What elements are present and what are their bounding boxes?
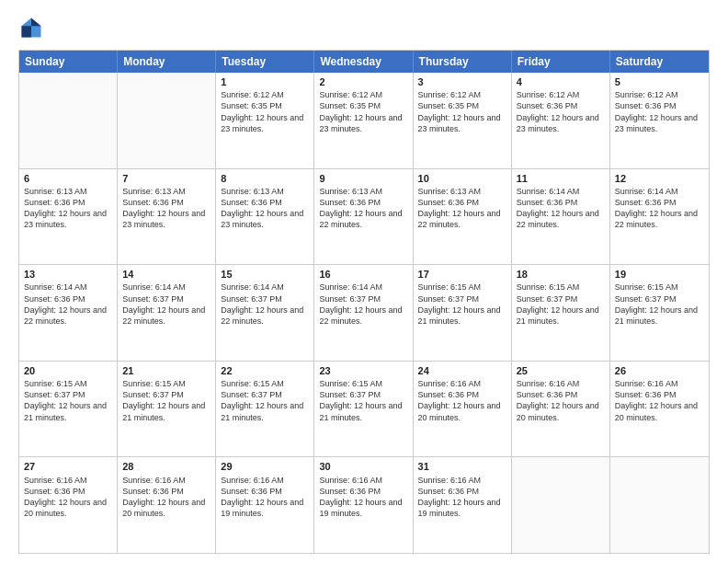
svg-rect-2 (22, 26, 32, 37)
day-cell-2: 2Sunrise: 6:12 AMSunset: 6:35 PMDaylight… (314, 73, 413, 168)
calendar-row-2: 6Sunrise: 6:13 AMSunset: 6:36 PMDaylight… (19, 168, 709, 265)
sun-info: Sunrise: 6:15 AMSunset: 6:37 PMDaylight:… (319, 378, 407, 423)
sun-info: Sunrise: 6:16 AMSunset: 6:36 PMDaylight:… (319, 475, 407, 520)
day-number: 27 (24, 460, 112, 473)
sun-info: Sunrise: 6:14 AMSunset: 6:36 PMDaylight:… (615, 186, 704, 231)
day-cell-27: 27Sunrise: 6:16 AMSunset: 6:36 PMDayligh… (19, 457, 118, 553)
calendar-row-3: 13Sunrise: 6:14 AMSunset: 6:36 PMDayligh… (19, 264, 709, 361)
sun-info: Sunrise: 6:12 AMSunset: 6:35 PMDaylight:… (319, 89, 407, 134)
page: SundayMondayTuesdayWednesdayThursdayFrid… (0, 0, 728, 563)
day-cell-5: 5Sunrise: 6:12 AMSunset: 6:36 PMDaylight… (610, 73, 709, 168)
day-cell-9: 9Sunrise: 6:13 AMSunset: 6:36 PMDaylight… (314, 169, 413, 265)
header-day-tuesday: Tuesday (216, 51, 314, 73)
day-number: 26 (615, 364, 704, 377)
svg-marker-1 (31, 18, 41, 27)
day-cell-4: 4Sunrise: 6:12 AMSunset: 6:36 PMDaylight… (512, 73, 610, 168)
day-cell-29: 29Sunrise: 6:16 AMSunset: 6:36 PMDayligh… (216, 457, 314, 553)
header-day-friday: Friday (512, 51, 610, 73)
day-cell-16: 16Sunrise: 6:14 AMSunset: 6:37 PMDayligh… (314, 265, 413, 361)
day-cell-12: 12Sunrise: 6:14 AMSunset: 6:36 PMDayligh… (610, 169, 709, 265)
day-number: 21 (122, 364, 210, 377)
sun-info: Sunrise: 6:14 AMSunset: 6:36 PMDaylight:… (24, 282, 112, 327)
day-number: 25 (517, 364, 605, 377)
sun-info: Sunrise: 6:12 AMSunset: 6:36 PMDaylight:… (615, 89, 704, 134)
sun-info: Sunrise: 6:16 AMSunset: 6:36 PMDaylight:… (418, 475, 506, 520)
sun-info: Sunrise: 6:13 AMSunset: 6:36 PMDaylight:… (24, 186, 112, 231)
day-cell-26: 26Sunrise: 6:16 AMSunset: 6:36 PMDayligh… (610, 362, 709, 457)
header-day-sunday: Sunday (19, 51, 118, 73)
day-number: 29 (221, 460, 309, 473)
logo (18, 15, 48, 40)
header (18, 15, 710, 40)
day-number: 9 (319, 172, 407, 185)
header-day-saturday: Saturday (610, 51, 709, 73)
sun-info: Sunrise: 6:16 AMSunset: 6:36 PMDaylight:… (221, 475, 309, 520)
calendar-header: SundayMondayTuesdayWednesdayThursdayFrid… (19, 51, 709, 73)
day-cell-18: 18Sunrise: 6:15 AMSunset: 6:37 PMDayligh… (512, 265, 610, 361)
day-number: 24 (418, 364, 506, 377)
sun-info: Sunrise: 6:12 AMSunset: 6:36 PMDaylight:… (517, 89, 605, 134)
calendar-row-1: 1Sunrise: 6:12 AMSunset: 6:35 PMDaylight… (19, 73, 709, 168)
day-number: 8 (221, 172, 309, 185)
day-cell-31: 31Sunrise: 6:16 AMSunset: 6:36 PMDayligh… (414, 457, 512, 553)
day-number: 15 (221, 268, 309, 281)
sun-info: Sunrise: 6:14 AMSunset: 6:37 PMDaylight:… (122, 282, 210, 327)
day-number: 11 (517, 172, 605, 185)
day-number: 5 (615, 75, 704, 88)
day-cell-24: 24Sunrise: 6:16 AMSunset: 6:36 PMDayligh… (414, 362, 512, 457)
day-number: 12 (615, 172, 704, 185)
sun-info: Sunrise: 6:12 AMSunset: 6:35 PMDaylight:… (221, 89, 309, 134)
day-number: 4 (517, 75, 605, 88)
day-cell-8: 8Sunrise: 6:13 AMSunset: 6:36 PMDaylight… (216, 169, 314, 265)
sun-info: Sunrise: 6:13 AMSunset: 6:36 PMDaylight:… (122, 186, 210, 231)
day-number: 18 (517, 268, 605, 281)
sun-info: Sunrise: 6:15 AMSunset: 6:37 PMDaylight:… (221, 378, 309, 423)
empty-cell (19, 73, 118, 168)
sun-info: Sunrise: 6:16 AMSunset: 6:36 PMDaylight:… (122, 475, 210, 520)
empty-cell (610, 457, 709, 553)
day-cell-3: 3Sunrise: 6:12 AMSunset: 6:35 PMDaylight… (414, 73, 512, 168)
day-cell-6: 6Sunrise: 6:13 AMSunset: 6:36 PMDaylight… (19, 169, 118, 265)
day-number: 20 (24, 364, 112, 377)
day-number: 30 (319, 460, 407, 473)
empty-cell (512, 457, 610, 553)
day-number: 14 (122, 268, 210, 281)
day-number: 10 (418, 172, 506, 185)
day-cell-22: 22Sunrise: 6:15 AMSunset: 6:37 PMDayligh… (216, 362, 314, 457)
sun-info: Sunrise: 6:14 AMSunset: 6:37 PMDaylight:… (221, 282, 309, 327)
calendar-row-5: 27Sunrise: 6:16 AMSunset: 6:36 PMDayligh… (19, 456, 709, 553)
sun-info: Sunrise: 6:12 AMSunset: 6:35 PMDaylight:… (418, 89, 506, 134)
day-cell-28: 28Sunrise: 6:16 AMSunset: 6:36 PMDayligh… (118, 457, 216, 553)
day-number: 3 (418, 75, 506, 88)
day-number: 17 (418, 268, 506, 281)
day-number: 31 (418, 460, 506, 473)
day-cell-13: 13Sunrise: 6:14 AMSunset: 6:36 PMDayligh… (19, 265, 118, 361)
sun-info: Sunrise: 6:16 AMSunset: 6:36 PMDaylight:… (24, 475, 112, 520)
day-number: 13 (24, 268, 112, 281)
day-cell-17: 17Sunrise: 6:15 AMSunset: 6:37 PMDayligh… (414, 265, 512, 361)
day-number: 16 (319, 268, 407, 281)
calendar-body: 1Sunrise: 6:12 AMSunset: 6:35 PMDaylight… (19, 73, 709, 553)
day-number: 28 (122, 460, 210, 473)
sun-info: Sunrise: 6:13 AMSunset: 6:36 PMDaylight:… (418, 186, 506, 231)
day-cell-1: 1Sunrise: 6:12 AMSunset: 6:35 PMDaylight… (216, 73, 314, 168)
sun-info: Sunrise: 6:15 AMSunset: 6:37 PMDaylight:… (418, 282, 506, 327)
sun-info: Sunrise: 6:14 AMSunset: 6:36 PMDaylight:… (517, 186, 605, 231)
header-day-monday: Monday (118, 51, 216, 73)
day-number: 2 (319, 75, 407, 88)
day-cell-21: 21Sunrise: 6:15 AMSunset: 6:37 PMDayligh… (118, 362, 216, 457)
day-cell-11: 11Sunrise: 6:14 AMSunset: 6:36 PMDayligh… (512, 169, 610, 265)
calendar: SundayMondayTuesdayWednesdayThursdayFrid… (18, 50, 710, 554)
logo-icon (18, 15, 44, 40)
calendar-row-4: 20Sunrise: 6:15 AMSunset: 6:37 PMDayligh… (19, 361, 709, 457)
day-number: 6 (24, 172, 112, 185)
sun-info: Sunrise: 6:16 AMSunset: 6:36 PMDaylight:… (418, 378, 506, 423)
day-cell-15: 15Sunrise: 6:14 AMSunset: 6:37 PMDayligh… (216, 265, 314, 361)
sun-info: Sunrise: 6:16 AMSunset: 6:36 PMDaylight:… (517, 378, 605, 423)
day-cell-7: 7Sunrise: 6:13 AMSunset: 6:36 PMDaylight… (118, 169, 216, 265)
sun-info: Sunrise: 6:13 AMSunset: 6:36 PMDaylight:… (221, 186, 309, 231)
day-number: 22 (221, 364, 309, 377)
sun-info: Sunrise: 6:13 AMSunset: 6:36 PMDaylight:… (319, 186, 407, 231)
day-cell-25: 25Sunrise: 6:16 AMSunset: 6:36 PMDayligh… (512, 362, 610, 457)
sun-info: Sunrise: 6:15 AMSunset: 6:37 PMDaylight:… (615, 282, 704, 327)
